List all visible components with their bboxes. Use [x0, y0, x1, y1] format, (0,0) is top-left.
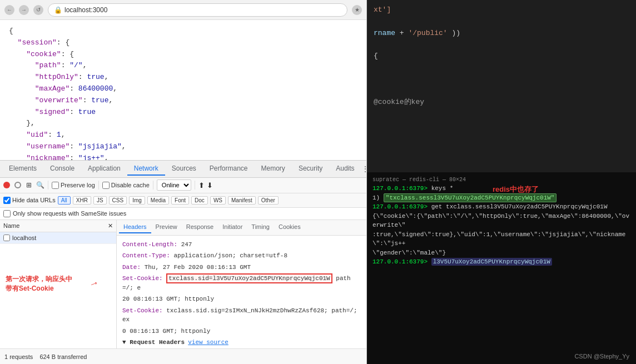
- toolbar-separator-3: [153, 181, 153, 190]
- request-item-localhost[interactable]: localhost: [0, 232, 116, 244]
- close-filter-icon[interactable]: ✕: [108, 222, 113, 230]
- tab-security[interactable]: Security: [292, 162, 329, 176]
- content-type-row: Content-Type: application/json; charset=…: [122, 250, 361, 262]
- nav-back-button[interactable]: ←: [4, 5, 14, 15]
- import-icon[interactable]: ⬆: [198, 181, 205, 190]
- hide-data-urls-checkbox[interactable]: [3, 197, 11, 204]
- browser-bar: ← → ↺ 🔒 localhost:3000 ★: [0, 0, 366, 20]
- tab-audits[interactable]: Audits: [329, 162, 361, 176]
- filter-img-button[interactable]: Img: [129, 196, 145, 205]
- json-line-3: "cookie": {: [9, 49, 357, 61]
- tab-application[interactable]: Application: [81, 162, 127, 176]
- tab-sources[interactable]: Sources: [165, 162, 203, 176]
- term-line-header: supratec — redis-cli — 80×24: [372, 176, 630, 184]
- search-icon: 🔍: [36, 181, 44, 189]
- filter-manifest-button[interactable]: Manifest: [228, 196, 256, 205]
- address-bar[interactable]: 🔒 localhost:3000: [48, 3, 347, 17]
- set-cookie-time-row: 20 08:16:13 GMT; httponly: [122, 293, 361, 305]
- request-headers-section: ▼ Request Headers view source: [122, 339, 361, 346]
- devtools-panel: ← → ↺ 🔒 localhost:3000 ★ { "session": { …: [0, 0, 367, 364]
- transferred-size: 624 B transferred: [39, 353, 87, 360]
- request-detail: Headers Preview Response Initiator Timin…: [117, 220, 366, 349]
- export-icon[interactable]: ⬇: [207, 181, 213, 190]
- nav-refresh-button[interactable]: ↺: [33, 5, 43, 15]
- json-line-11: "username": "jsjiajia",: [9, 141, 357, 153]
- code-line-3: rname + '/public' )): [374, 28, 629, 39]
- tab-performance[interactable]: Performance: [203, 162, 255, 176]
- set-cookie-value: txclass.sid=l3V5U7uXoy2adC5PUYKnprqcyWqj…: [166, 273, 332, 283]
- json-line-10: "uid": 1,: [9, 129, 357, 141]
- json-line-1: {: [9, 26, 357, 37]
- detail-tab-cookies[interactable]: Cookies: [274, 221, 305, 233]
- view-source-link[interactable]: view source: [188, 339, 228, 346]
- tab-console[interactable]: Console: [43, 162, 81, 176]
- preserve-log-checkbox-label[interactable]: Preserve log: [52, 182, 95, 189]
- term-line-6: \"gender\":\"male\"}: [372, 248, 630, 258]
- detail-tabs: Headers Preview Response Initiator Timin…: [117, 220, 366, 236]
- code-line-6: [374, 62, 629, 74]
- search-button[interactable]: 🔍: [36, 181, 44, 190]
- detail-tab-preview[interactable]: Preview: [151, 221, 182, 233]
- request-item-checkbox[interactable]: [3, 235, 10, 241]
- detail-tab-timing[interactable]: Timing: [247, 221, 274, 233]
- code-editor: xt'] rname + '/public' )) { @cookie的key: [367, 0, 636, 172]
- disable-cache-checkbox[interactable]: [102, 182, 110, 189]
- more-icon[interactable]: ⋮: [361, 164, 366, 173]
- filter-ws-button[interactable]: WS: [210, 196, 226, 205]
- json-line-6: "maxAge": 86400000,: [9, 83, 357, 95]
- toolbar-separator-2: [98, 181, 99, 190]
- set-cookie-row: Set-Cookie: txclass.sid=l3V5U7uXoy2adC5P…: [122, 273, 361, 293]
- code-line-5: {: [374, 51, 629, 62]
- filter-media-button[interactable]: Media: [147, 196, 169, 205]
- network-toolbar: ⊞ 🔍 Preserve log Disable cache Online ⬆ …: [0, 178, 366, 193]
- hide-data-urls-label[interactable]: Hide data URLs: [3, 197, 56, 204]
- request-list-header: Name ✕: [0, 220, 116, 232]
- json-line-9: },: [9, 118, 357, 129]
- devtools-icon-area: ⋮ ✕: [361, 164, 366, 173]
- filter-tag-all[interactable]: All: [58, 196, 71, 205]
- clear-button[interactable]: [13, 181, 22, 190]
- bookmark-button[interactable]: ★: [352, 5, 362, 15]
- term-line-3: 127.0.0.1:6379> get txclass.sessl3V5U7uX…: [372, 202, 630, 212]
- set-cookie2-time-row: 0 08:16:13 GMT; httponly: [122, 326, 361, 337]
- nav-forward-button[interactable]: →: [19, 5, 29, 15]
- throttle-select[interactable]: Online: [157, 179, 191, 191]
- term-line-5: :true,\"signed\":true},\"uid\":1,\"usern…: [372, 230, 630, 248]
- lock-icon: 🔒: [54, 6, 62, 14]
- detail-tab-response[interactable]: Response: [182, 221, 218, 233]
- redis-last-key: l3V5U7uXoy2adC5PUYKnprqcyWqjc01W: [431, 258, 552, 266]
- set-cookie2-row: Set-Cookie: txclass.sid.sig=2sIMxN_nNJkH…: [122, 305, 361, 326]
- samesite-checkbox[interactable]: [3, 210, 11, 217]
- toolbar-separator-4: [195, 181, 195, 190]
- tab-network[interactable]: Network: [127, 162, 165, 176]
- filter-type-bar: Hide data URLs All XHR JS CSS Img Media …: [0, 193, 366, 208]
- terminal: supratec — redis-cli — 80×24 127.0.0.1:6…: [367, 172, 636, 364]
- tab-memory[interactable]: Memory: [255, 162, 292, 176]
- filter-font-button[interactable]: Font: [171, 196, 189, 205]
- filter-other-button[interactable]: Other: [258, 196, 279, 205]
- detail-tab-headers[interactable]: Headers: [119, 221, 151, 233]
- json-line-4: "path": "/",: [9, 60, 357, 72]
- requests-count: 1 requests: [4, 353, 33, 360]
- filter-toggle-button[interactable]: ⊞: [24, 181, 33, 190]
- code-line-2: [374, 16, 629, 28]
- record-dot: [3, 182, 10, 188]
- devtools-tabs: Elements Console Application Network Sou…: [0, 160, 366, 178]
- clear-circle: [14, 182, 21, 188]
- name-column-header: Name: [3, 222, 19, 229]
- filter-css-button[interactable]: CSS: [109, 196, 127, 205]
- csdn-watermark: CSDN @Stephy_Yy: [574, 353, 629, 360]
- request-item-name: localhost: [12, 235, 36, 241]
- code-line-4: [374, 39, 629, 51]
- disable-cache-checkbox-label[interactable]: Disable cache: [102, 182, 150, 189]
- json-content-area: { "session": { "cookie": { "path": "/", …: [0, 20, 366, 160]
- filter-doc-button[interactable]: Doc: [191, 196, 208, 205]
- filter-xhr-button[interactable]: XHR: [73, 196, 91, 205]
- samesite-warning-text: Only show requests with SameSite issues: [13, 210, 126, 217]
- detail-tab-initiator[interactable]: Initiator: [218, 221, 247, 233]
- redis-annotation: redis中也存了: [493, 185, 539, 195]
- filter-js-button[interactable]: JS: [93, 196, 107, 205]
- record-button[interactable]: [2, 181, 11, 190]
- tab-elements[interactable]: Elements: [2, 162, 43, 176]
- preserve-log-checkbox[interactable]: [52, 182, 59, 189]
